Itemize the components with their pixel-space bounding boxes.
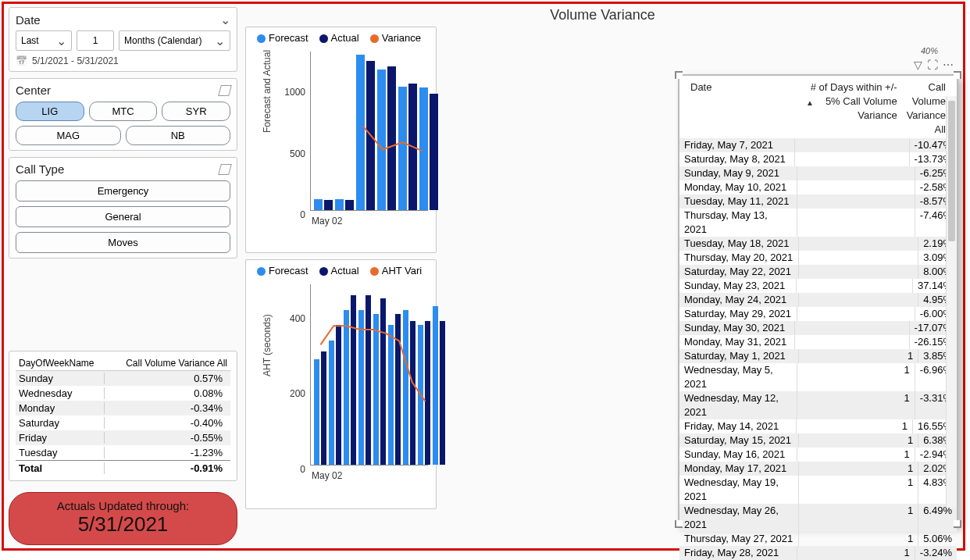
resize-handle[interactable] — [954, 71, 961, 79]
calltype-option-moves[interactable]: Moves — [16, 232, 230, 253]
table-row[interactable]: Saturday, May 22, 20218.00% — [679, 265, 957, 279]
dow-row[interactable]: Friday-0.55% — [16, 430, 230, 445]
scrollbar[interactable] — [946, 96, 957, 508]
y-tick-label: 0 — [274, 209, 305, 220]
table-row[interactable]: Wednesday, May 19, 202114.83% — [679, 476, 957, 504]
legend-swatch — [257, 34, 266, 43]
table-row[interactable]: Thursday, May 20, 20213.09% — [679, 251, 957, 265]
dow-total-label: Total — [19, 462, 105, 474]
table-row[interactable]: Saturday, May 1, 202113.85% — [679, 349, 957, 363]
chevron-down-icon — [56, 34, 66, 48]
bar-group[interactable] — [433, 306, 445, 465]
dow-row[interactable]: Wednesday0.08% — [16, 386, 230, 401]
bar-actual — [430, 94, 438, 210]
table-row[interactable]: Thursday, May 13, 2021-7.46% — [679, 209, 957, 237]
center-slicer: Center LIGMTCSYRMAGNB — [9, 78, 237, 151]
table-row[interactable]: Monday, May 31, 2021-26.15% — [679, 335, 957, 349]
table-row[interactable]: Friday, May 28, 20211-3.24% — [679, 546, 957, 560]
report-page: Date Last 1 Months (Calendar) 5/1/2021 - — [2, 2, 965, 551]
col-header-date[interactable]: Date ▲ — [686, 80, 793, 137]
date-slicer: Date Last 1 Months (Calendar) 5/1/2021 - — [9, 7, 237, 72]
date-slicer-title: Date — [16, 13, 41, 27]
table-row[interactable]: Saturday, May 29, 2021-6.00% — [679, 307, 957, 321]
table-row[interactable]: Wednesday, May 5, 20211-6.96% — [679, 363, 957, 391]
table-row[interactable]: Tuesday, May 11, 2021-8.57% — [679, 194, 957, 209]
dow-row[interactable]: Sunday0.57% — [16, 371, 230, 386]
table-row[interactable]: Wednesday, May 26, 202116.49% — [679, 504, 957, 532]
y-tick-label: 400 — [274, 313, 305, 324]
dow-variance-table: DayOfWeekName Call Volume Variance All S… — [9, 351, 237, 481]
actuals-updated-card: Actuals Updated through: 5/31/2021 — [9, 492, 237, 545]
relative-value-input[interactable]: 1 — [77, 30, 114, 51]
bar-forecast — [433, 306, 438, 465]
table-row[interactable]: Monday, May 24, 20214.95% — [679, 293, 957, 307]
y-tick-label: 1000 — [274, 87, 305, 98]
table-row[interactable]: Monday, May 17, 202112.02% — [679, 462, 957, 476]
center-option-mag[interactable]: MAG — [16, 126, 121, 145]
chevron-down-icon[interactable] — [220, 12, 230, 27]
table-row[interactable]: Friday, May 7, 2021-10.47% — [679, 138, 957, 152]
dow-row[interactable]: Monday-0.34% — [16, 401, 230, 416]
center-option-lig[interactable]: LIG — [16, 102, 84, 121]
filter-icon[interactable]: ▽ — [914, 59, 922, 71]
table-row[interactable]: Thursday, May 27, 202115.06% — [679, 532, 957, 546]
legend-item: Actual — [319, 265, 359, 276]
y-tick-label: 500 — [274, 148, 305, 159]
y-tick-label: 0 — [274, 464, 305, 475]
calltype-slicer-title: Call Type — [16, 162, 64, 176]
report-canvas: Volume Variance ForecastActualVariance F… — [242, 4, 963, 548]
center-slicer-title: Center — [16, 84, 51, 97]
eraser-icon[interactable] — [218, 85, 232, 96]
dow-row[interactable]: Tuesday-1.23% — [16, 445, 230, 460]
updated-label: Actuals Updated through: — [17, 499, 229, 512]
center-option-nb[interactable]: NB — [126, 126, 231, 145]
table-row[interactable]: Wednesday, May 12, 20211-3.31% — [679, 391, 957, 419]
center-option-syr[interactable]: SYR — [162, 102, 230, 121]
eraser-icon[interactable] — [218, 164, 232, 175]
legend-swatch — [370, 267, 379, 276]
table-row[interactable]: Saturday, May 8, 2021-13.73% — [679, 152, 957, 166]
dow-total-value: -0.91% — [105, 462, 227, 474]
filter-panel: Date Last 1 Months (Calendar) 5/1/2021 - — [4, 4, 242, 548]
variance-data-table[interactable]: ▽ ⛶ ⋯ Date ▲ # of Days within +/- 5% Cal… — [678, 74, 958, 525]
resize-handle[interactable] — [954, 520, 961, 528]
updated-date: 5/31/2021 — [17, 512, 229, 537]
table-row[interactable]: Sunday, May 9, 2021-6.25% — [679, 166, 957, 180]
center-option-mtc[interactable]: MTC — [89, 102, 158, 121]
resize-handle[interactable] — [675, 520, 683, 528]
focus-mode-icon[interactable]: ⛶ — [927, 59, 938, 71]
table-row[interactable]: Friday, May 14, 2021116.55% — [679, 419, 957, 433]
chart-plot: Forecast and Actual05001000May 02 — [252, 48, 428, 228]
more-options-icon[interactable]: ⋯ — [943, 59, 954, 71]
dow-col-header-name[interactable]: DayOfWeekName — [19, 358, 94, 369]
volume-variance-chart[interactable]: ForecastActualVariance Forecast and Actu… — [245, 27, 437, 253]
period-select[interactable]: Months (Calendar) — [119, 30, 230, 51]
table-row[interactable]: Sunday, May 16, 20211-2.94% — [679, 448, 957, 462]
legend-swatch — [319, 267, 328, 276]
chart-plot: AHT (seconds)0200400May 02 — [252, 281, 428, 483]
legend-item: Variance — [370, 32, 421, 44]
aht-variance-chart[interactable]: ForecastActualAHT Vari AHT (seconds)0200… — [245, 259, 437, 509]
table-row[interactable]: Sunday, May 30, 2021-17.07% — [679, 321, 957, 335]
calltype-slicer: Call Type EmergencyGeneralMoves — [9, 157, 237, 259]
scrollbar-thumb[interactable] — [948, 101, 955, 241]
calltype-option-general[interactable]: General — [16, 206, 230, 227]
legend-item: Actual — [319, 32, 359, 44]
calltype-option-emergency[interactable]: Emergency — [16, 180, 230, 202]
table-row[interactable]: Tuesday, May 18, 20212.19% — [679, 237, 957, 251]
resize-handle[interactable] — [675, 71, 683, 79]
col-header-var[interactable]: Call Volume Variance All — [902, 80, 950, 137]
table-row[interactable]: Monday, May 10, 2021-2.58% — [679, 180, 957, 194]
legend-swatch — [257, 267, 266, 276]
dow-col-header-var[interactable]: Call Volume Variance All — [126, 358, 227, 369]
calendar-icon — [16, 55, 27, 66]
table-row[interactable]: Sunday, May 23, 202137.14% — [679, 279, 957, 293]
legend-swatch — [319, 34, 328, 43]
dow-row[interactable]: Saturday-0.40% — [16, 416, 230, 430]
relative-select[interactable]: Last — [16, 30, 72, 51]
date-range-text: 5/1/2021 - 5/31/2021 — [32, 55, 119, 66]
legend-item: Forecast — [257, 32, 308, 44]
table-row[interactable]: Saturday, May 15, 202116.38% — [679, 433, 957, 448]
page-title: Volume Variance — [245, 7, 960, 23]
sort-asc-icon: ▲ — [806, 96, 814, 110]
